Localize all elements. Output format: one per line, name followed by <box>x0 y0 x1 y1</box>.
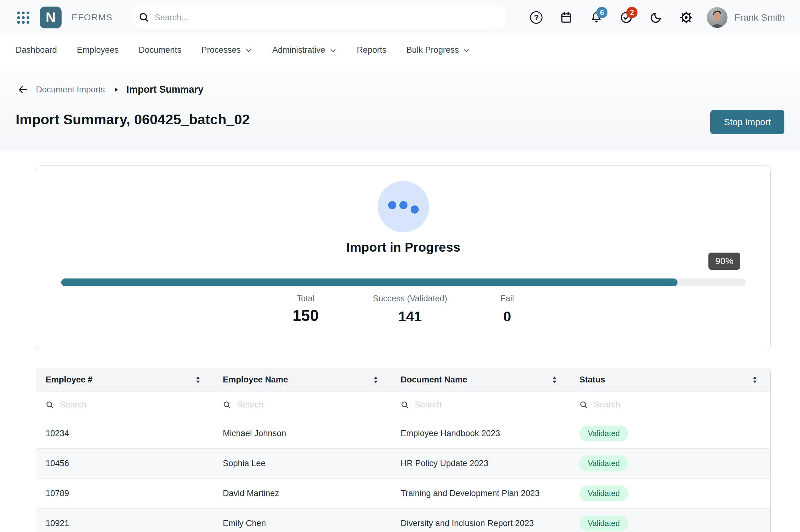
progress-bar <box>61 279 746 286</box>
chevron-down-icon <box>329 46 337 54</box>
nav-item-reports[interactable]: Reports <box>357 45 386 55</box>
chevron-down-icon <box>463 46 470 54</box>
filter-employee-name-input[interactable] <box>237 400 382 410</box>
settings-gear-icon[interactable] <box>679 11 693 24</box>
page-header-band: Document Imports Import Summary Import S… <box>0 65 800 151</box>
filter-employee-no[interactable] <box>36 400 214 410</box>
main-nav: Dashboard Employees Documents Processes … <box>0 35 800 65</box>
column-header-employee-name[interactable]: Employee Name <box>214 368 391 391</box>
cell-employee-name: Emily Chen <box>214 518 391 528</box>
status-badge: Validated <box>579 515 628 531</box>
cell-document-name: Training and Development Plan 2023 <box>391 489 570 498</box>
nav-item-employees[interactable]: Employees <box>77 45 119 55</box>
table-row[interactable]: 10456 Sophia Lee HR Policy Update 2023 V… <box>36 448 770 478</box>
main-content: Import in Progress 90% Total 150 Success… <box>0 151 800 532</box>
column-header-document-name[interactable]: Document Name <box>391 368 570 391</box>
chevron-down-icon <box>245 46 252 54</box>
status-badge: Validated <box>579 486 628 501</box>
sort-icon[interactable] <box>752 376 757 383</box>
nav-item-processes[interactable]: Processes <box>201 45 252 55</box>
dark-mode-moon-icon[interactable] <box>649 11 663 24</box>
sort-icon[interactable] <box>196 376 200 383</box>
apps-grid-icon[interactable] <box>17 12 30 24</box>
task-count-badge: 2 <box>626 7 637 18</box>
global-search[interactable] <box>130 5 507 30</box>
cell-employee-no: 10921 <box>36 518 214 528</box>
app-name: EFORMS <box>72 13 113 22</box>
import-results-table: Employee # Employee Name Document Name S… <box>36 368 770 532</box>
import-progress-card: Import in Progress 90% Total 150 Success… <box>36 166 770 350</box>
sort-icon[interactable] <box>552 376 557 383</box>
help-icon[interactable]: ? <box>529 11 543 24</box>
filter-status[interactable] <box>570 400 770 410</box>
progress-bar-fill <box>61 279 677 286</box>
search-icon <box>401 400 409 410</box>
table-row[interactable]: 10789 David Martinez Training and Develo… <box>36 478 770 508</box>
nav-item-administrative[interactable]: Administrative <box>272 45 337 55</box>
filter-status-input[interactable] <box>594 400 761 410</box>
filter-document-name[interactable] <box>391 400 570 410</box>
app-logo[interactable]: N <box>40 6 61 28</box>
cell-employee-name: David Martinez <box>214 489 391 498</box>
page-title: Import Summary, 060425_batch_02 <box>16 112 250 128</box>
stop-import-button[interactable]: Stop Import <box>710 110 784 134</box>
stat-fail: Fail 0 <box>500 294 514 325</box>
progress-percent-tooltip: 90% <box>708 252 740 270</box>
notification-count-badge: 6 <box>596 7 607 18</box>
cell-employee-no: 10234 <box>36 429 214 438</box>
cell-document-name: HR Policy Update 2023 <box>391 459 570 468</box>
breadcrumb: Document Imports Import Summary <box>17 84 203 95</box>
column-header-status[interactable]: Status <box>570 368 770 391</box>
logo-letter: N <box>46 10 56 25</box>
stat-success: Success (Validated) 141 <box>373 294 447 325</box>
back-arrow-icon[interactable] <box>17 84 29 95</box>
header-actions: ? 6 2 <box>518 7 800 28</box>
tasks-check-icon[interactable]: 2 <box>619 11 633 24</box>
status-badge: Validated <box>579 456 628 471</box>
column-header-employee-no[interactable]: Employee # <box>36 368 214 391</box>
user-name[interactable]: Frank Smith <box>734 12 785 23</box>
cell-document-name: Employee Handbook 2023 <box>391 429 570 438</box>
cell-employee-no: 10789 <box>36 489 214 498</box>
table-filter-row <box>36 392 770 418</box>
table-row[interactable]: 10921 Emily Chen Diversity and Inclusion… <box>36 508 770 532</box>
notifications-bell-icon[interactable]: 6 <box>589 11 603 24</box>
cell-employee-name: Sophia Lee <box>214 459 391 468</box>
nav-item-dashboard[interactable]: Dashboard <box>16 45 57 55</box>
cell-employee-name: Michael Johnson <box>214 429 391 438</box>
filter-document-name-input[interactable] <box>415 400 561 410</box>
search-icon <box>223 400 231 410</box>
user-avatar[interactable] <box>707 7 727 28</box>
cell-document-name: Diversity and Inclusion Report 2023 <box>391 518 570 528</box>
search-icon <box>139 12 150 23</box>
calendar-icon[interactable] <box>559 11 573 24</box>
stat-total: Total 150 <box>292 294 319 325</box>
app-header: N EFORMS ? 6 <box>0 0 800 35</box>
global-search-input[interactable] <box>155 13 504 22</box>
status-badge: Validated <box>579 425 628 441</box>
breadcrumb-current: Import Summary <box>127 84 203 95</box>
loading-dots-icon <box>378 181 429 232</box>
sort-icon[interactable] <box>374 376 378 383</box>
nav-item-bulk-progress[interactable]: Bulk Progress <box>406 45 470 55</box>
breadcrumb-parent[interactable]: Document Imports <box>36 85 105 95</box>
search-icon <box>46 400 54 410</box>
filter-employee-name[interactable] <box>214 400 391 410</box>
table-row[interactable]: 10234 Michael Johnson Employee Handbook … <box>36 418 770 448</box>
nav-item-documents[interactable]: Documents <box>139 45 182 55</box>
filter-employee-no-input[interactable] <box>60 400 204 410</box>
import-status-title: Import in Progress <box>36 240 770 255</box>
search-icon <box>579 400 588 410</box>
cell-employee-no: 10456 <box>36 459 214 468</box>
table-header-row: Employee # Employee Name Document Name S… <box>36 368 770 392</box>
chevron-right-icon <box>114 87 119 92</box>
